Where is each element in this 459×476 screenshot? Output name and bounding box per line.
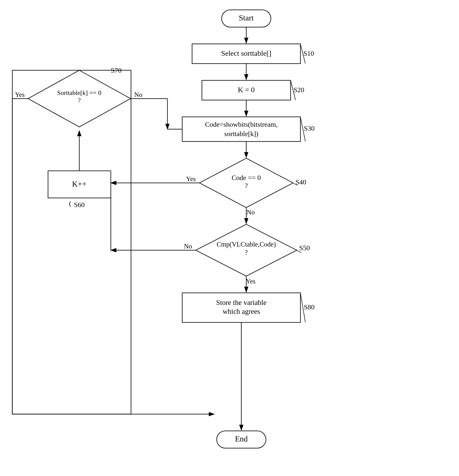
s30-label1: Code=showbits(bitstream, (205, 121, 278, 128)
s10-step: S10 (303, 50, 314, 57)
start-label: Start (239, 13, 254, 22)
s70-label1: Sorttable[k] == 0 (57, 89, 101, 96)
kpp-label: K++ (72, 179, 86, 188)
s30-step: S30 (304, 124, 315, 132)
s60-step: S60 (74, 201, 85, 209)
s80-label1: Store the variable (216, 299, 267, 306)
s20-label: K = 0 (238, 86, 255, 94)
s30-label2: sorttable[k]) (224, 130, 258, 138)
s50-step: S50 (299, 244, 310, 252)
s50-label1: Cmp(VLCtable,Code) (217, 241, 276, 248)
s60-curve: ( (69, 200, 71, 207)
s40-label1: Code == 0 (232, 174, 261, 181)
end-label: End (235, 434, 248, 443)
s80-label2: which agrees (223, 307, 260, 315)
s80-step: S80 (304, 303, 315, 311)
s40-yes-label: Yes (186, 175, 196, 183)
s20-step: S20 (294, 86, 304, 94)
s50-yes-label: Yes (246, 278, 255, 285)
s50-no-label: No (184, 243, 192, 250)
s10-label: Select sorttable[] (221, 49, 271, 57)
s70-yes-label: Yes (15, 91, 25, 98)
s40-no-label: No (247, 209, 255, 216)
s40-label2: ? (245, 182, 248, 189)
s40-step: S40 (295, 178, 306, 186)
s50-label2: ? (245, 249, 248, 256)
s70-no-label: No (134, 91, 142, 98)
flowchart-container: Start Select sorttable[] S10 K = 0 S20 C… (0, 0, 459, 476)
s70-label2: ? (78, 97, 81, 104)
